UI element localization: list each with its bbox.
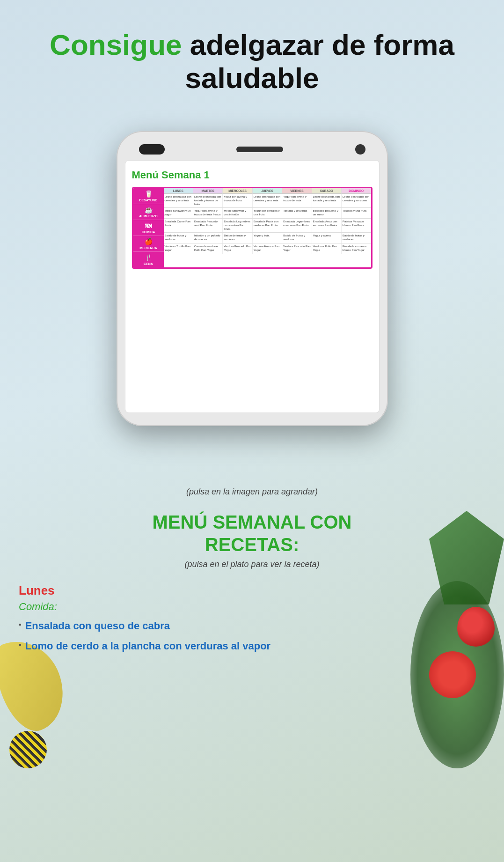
meal-row-merienda: Batido de frutas y verdurasInfusión y un… — [164, 233, 371, 243]
title-line2: RECETAS: — [205, 534, 299, 555]
cena-label: CENA — [144, 262, 153, 265]
cell-cena-day5: Verduras Pollo Pan Yogur — [312, 243, 342, 254]
recipe-list: ▪ Ensalada con queso de cabra ▪ Lomo de … — [19, 619, 485, 653]
cell-desayuno-day3: Leche desnatada con cereales y una fruta — [253, 194, 282, 207]
cell-merienda-day0: Batido de frutas y verduras — [164, 233, 193, 243]
cell-comida-day5: Ensalada Arroz con verduras Pan Fruta — [312, 219, 342, 232]
cell-desayuno-day1: Leche desnatada con tostada y trozos de … — [193, 194, 223, 207]
recipe-item-0[interactable]: ▪ Ensalada con queso de cabra — [19, 619, 485, 633]
cell-desayuno-day5: Leche desnatada con tostada y una fruta — [312, 194, 342, 207]
cell-cena-day6: Ensalada con arroz blanco Pan Yogur — [342, 243, 371, 254]
cell-comida-day2: Ensalada Legumbres con verdura Pan Fruta — [223, 219, 252, 232]
phone-screen: Menú Semana 1 🥛DESAYUNO☕ALMUERZO🍽COMIDA🍎… — [125, 160, 380, 413]
desayuno-icon: 🥛 — [145, 190, 153, 198]
sidebar-item-cena[interactable]: 🍴CENA — [133, 252, 164, 267]
cell-merienda-day1: Infusión y un puñado de nueces — [193, 233, 223, 243]
comida-icon: 🍽 — [145, 222, 152, 229]
cell-almuerzo-day4: Tostada y una fruta — [282, 208, 312, 218]
cell-cena-day2: Verdura Pescado Pan Yogur — [223, 243, 252, 254]
day-title-lunes: Lunes — [19, 583, 485, 598]
cell-cena-day1: Crema de verduras Pollo Pan Yogur — [193, 243, 223, 254]
meal-rows: Leche desnatada con cereales y una fruta… — [164, 194, 371, 254]
meal-row-comida: Ensalada Carne Pan FrutaEnsalada Pescado… — [164, 219, 371, 233]
header-viernes: VIERNES — [282, 188, 312, 194]
sidebar-item-almuerzo[interactable]: ☕ALMUERZO — [133, 204, 164, 220]
menu-grid: LUNES MARTES MIÉRCOLES JUEVES VIERNES SÁ… — [164, 188, 371, 267]
below-phone-section: (pulsa en la imagen para agrandar) MENÚ … — [0, 487, 504, 659]
phone-mockup: Menú Semana 1 🥛DESAYUNO☕ALMUERZO🍽COMIDA🍎… — [117, 131, 388, 426]
phone-sensor — [355, 144, 365, 155]
cell-almuerzo-day1: Yogur con avena y trozos de fruta fresca — [193, 208, 223, 218]
cell-comida-day0: Ensalada Carne Pan Fruta — [164, 219, 193, 232]
cell-almuerzo-day5: Bocadillo pequeño y un zumo — [312, 208, 342, 218]
title-green: Consigue — [50, 29, 182, 61]
header-martes: MARTES — [193, 188, 223, 194]
recipe-bullet-1: ▪ — [19, 641, 22, 649]
meal-type-comida: Comida: — [19, 601, 485, 613]
meal-row-desayuno: Leche desnatada con cereales y una fruta… — [164, 194, 371, 208]
day-header-row: LUNES MARTES MIÉRCOLES JUEVES VIERNES SÁ… — [164, 188, 371, 194]
menu-table-container: 🥛DESAYUNO☕ALMUERZO🍽COMIDA🍎MERIENDA🍴CENA … — [133, 188, 371, 267]
header-domingo: DOMINGO — [342, 188, 371, 194]
menu-semanal-title: MENÚ SEMANAL CON RECETAS: — [19, 511, 485, 556]
merienda-icon: 🍎 — [145, 238, 153, 245]
cell-comida-day6: Patatas Pescado blanco Pan Fruta — [342, 219, 371, 232]
merienda-label: MERIENDA — [139, 246, 157, 250]
meal-row-cena: Verduras Tortilla Pan YogurCrema de verd… — [164, 243, 371, 254]
tape-measure-bg — [9, 731, 47, 768]
cell-merienda-day5: Yogur y avena — [312, 233, 342, 243]
phone-camera — [139, 144, 165, 155]
cell-comida-day4: Ensalada Legumbres con carne Pan Fruta — [282, 219, 312, 232]
header: Consigue adelgazar de forma saludable — [0, 28, 504, 95]
header-sabado: SÁBADO — [312, 188, 342, 194]
sidebar-item-desayuno[interactable]: 🥛DESAYUNO — [133, 188, 164, 204]
pink-sidebar: 🥛DESAYUNO☕ALMUERZO🍽COMIDA🍎MERIENDA🍴CENA — [133, 188, 164, 267]
screen-title: Menú Semana 1 — [132, 169, 373, 181]
cell-comida-day3: Ensalada Pasta con verduras Pan Fruta — [253, 219, 282, 232]
cell-desayuno-day4: Yogur con avena y trozos de fruta — [282, 194, 312, 207]
title-black: adelgazar de forma saludable — [182, 29, 454, 94]
pulsa-agrandar-hint: (pulsa en la imagen para agrandar) — [19, 487, 485, 497]
pulsa-plato-hint: (pulsa en el plato para ver la receta) — [19, 560, 485, 569]
almuerzo-icon: ☕ — [145, 206, 153, 214]
menu-table[interactable]: 🥛DESAYUNO☕ALMUERZO🍽COMIDA🍎MERIENDA🍴CENA … — [132, 187, 373, 269]
cell-almuerzo-day2: Medio sándwich y una infusión — [223, 208, 252, 218]
cell-desayuno-day0: Leche desnatada con cereales y una fruta — [164, 194, 193, 207]
header-jueves: JUEVES — [253, 188, 282, 194]
cell-merienda-day2: Batido de frutas y verduras — [223, 233, 252, 243]
title-line1: MENÚ SEMANAL CON — [153, 512, 352, 532]
cell-almuerzo-day3: Yogur con cereales y una fruta — [253, 208, 282, 218]
cell-comida-day1: Ensalada Pescado azul Pan Fruta — [193, 219, 223, 232]
cena-icon: 🍴 — [145, 254, 153, 261]
cell-almuerzo-day6: Tostada y una fruta — [342, 208, 371, 218]
phone-speaker — [236, 147, 283, 152]
sidebar-item-comida[interactable]: 🍽COMIDA — [133, 220, 164, 236]
cell-almuerzo-day0: Medio sándwich y un yogur — [164, 208, 193, 218]
sidebar-item-merienda[interactable]: 🍎MERIENDA — [133, 236, 164, 252]
almuerzo-label: ALMUERZO — [139, 214, 158, 218]
header-miercoles: MIÉRCOLES — [223, 188, 252, 194]
recipe-bullet-0: ▪ — [19, 620, 22, 629]
cell-desayuno-day2: Yogur con avena y trozos de fruta — [223, 194, 252, 207]
cell-cena-day3: Verdura Huevos Pan Yogur — [253, 243, 282, 254]
cell-merienda-day3: Yogur y fruta — [253, 233, 282, 243]
phone-body: Menú Semana 1 🥛DESAYUNO☕ALMUERZO🍽COMIDA🍎… — [117, 131, 388, 426]
cell-merienda-day4: Batido de frutas y verduras — [282, 233, 312, 243]
cell-desayuno-day6: Leche desnatada con cereales y un zumo — [342, 194, 371, 207]
cell-merienda-day6: Batido de frutas y verduras — [342, 233, 371, 243]
phone-top-bar — [125, 144, 380, 155]
recipe-text-0: Ensalada con queso de cabra — [25, 619, 170, 633]
header-lunes: LUNES — [164, 188, 193, 194]
desayuno-label: DESAYUNO — [139, 199, 157, 202]
recipe-text-1: Lomo de cerdo a la plancha con verduras … — [25, 640, 271, 653]
cell-cena-day4: Verdura Pescado Pan Yogur — [282, 243, 312, 254]
meal-row-almuerzo: Medio sándwich y un yogurYogur con avena… — [164, 208, 371, 219]
recipe-item-1[interactable]: ▪ Lomo de cerdo a la plancha con verdura… — [19, 640, 485, 653]
main-title: Consigue adelgazar de forma saludable — [28, 28, 476, 95]
cell-cena-day0: Verduras Tortilla Pan Yogur — [164, 243, 193, 254]
comida-label: COMIDA — [142, 230, 155, 234]
